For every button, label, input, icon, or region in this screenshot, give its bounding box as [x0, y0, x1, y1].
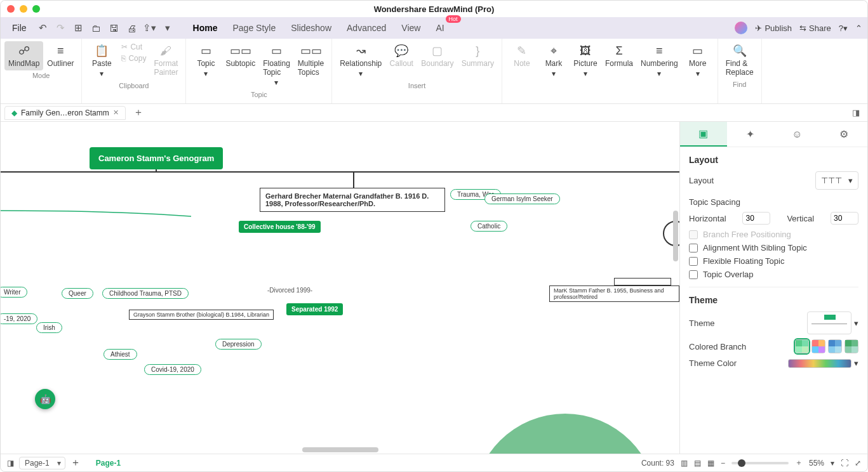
assistant-button[interactable]: 🤖	[35, 389, 55, 409]
zoom-out-button[interactable]: −	[721, 459, 725, 468]
more-icon[interactable]: ▾	[160, 20, 175, 36]
swatch-3[interactable]	[828, 339, 842, 353]
floating-topic-button[interactable]: ▭Floating Topic▾	[259, 41, 294, 89]
queer-pill[interactable]: Queer	[62, 288, 93, 299]
tab-ai[interactable]: AIHot	[428, 19, 451, 37]
tab-advanced[interactable]: Advanced	[339, 19, 394, 37]
theme-select[interactable]	[807, 311, 851, 334]
alignment-check[interactable]: Alignment With Sibling Topic	[689, 243, 858, 252]
collective-tag[interactable]: Collective house '88-'99	[239, 221, 321, 233]
zoom-slider[interactable]	[731, 462, 789, 464]
tab-slideshow[interactable]: Slideshow	[283, 19, 339, 37]
zoom-in-button[interactable]: ＋	[795, 457, 803, 468]
undo-icon[interactable]: ↶	[36, 20, 51, 36]
picture-button[interactable]: 🖼Picture▾	[570, 41, 601, 81]
mark-button[interactable]: ⌖Mark▾	[538, 41, 570, 81]
grayson-node[interactable]: Grayson Stamm Brother (biological) B.198…	[129, 310, 274, 320]
minimize-window-icon[interactable]	[20, 5, 27, 13]
flexible-check[interactable]: Flexible Floating Topic	[689, 256, 858, 266]
zoom-dropdown-icon[interactable]: ▾	[831, 459, 834, 468]
view3-icon[interactable]: ▦	[707, 459, 714, 468]
numbering-button[interactable]: ≡Numbering▾	[637, 41, 682, 81]
writer-pill[interactable]: Writer	[1, 287, 27, 298]
irish-pill[interactable]: Irish	[36, 322, 62, 333]
depression-pill[interactable]: Depression	[215, 339, 262, 350]
boundary-button[interactable]: ▢Boundary	[417, 41, 457, 81]
close-tab-icon[interactable]: ✕	[113, 108, 119, 117]
date1-pill[interactable]: -19, 2020	[1, 313, 37, 324]
subtopic-button[interactable]: ▭▭Subtopic	[222, 41, 259, 89]
format-painter-button[interactable]: 🖌Format Painter	[150, 41, 182, 81]
tab-home[interactable]: Home	[185, 19, 225, 37]
share-button[interactable]: ⇆Share	[799, 23, 831, 33]
vertical-input[interactable]	[831, 212, 858, 225]
horizontal-scrollbar[interactable]	[302, 447, 378, 452]
vertical-scrollbar[interactable]	[673, 211, 678, 261]
layout-select[interactable]: ⊤⊤⊤▾	[815, 171, 858, 190]
active-page-label[interactable]: Page-1	[96, 459, 121, 468]
catholic-pill[interactable]: Catholic	[471, 221, 507, 232]
fit-icon[interactable]: ⛶	[841, 459, 848, 468]
separated-tag[interactable]: Separated 1992	[286, 303, 343, 315]
theme-color-select[interactable]	[788, 359, 851, 368]
tab-view[interactable]: View	[394, 19, 428, 37]
collapse-ribbon-icon[interactable]: ⌃	[855, 23, 862, 33]
document-tab[interactable]: ◆ Family Gen…eron Stamm ✕	[4, 106, 126, 120]
overlap-check[interactable]: Topic Overlap	[689, 270, 858, 279]
note-button[interactable]: ✎Note	[506, 41, 538, 81]
file-menu[interactable]: File	[6, 20, 33, 36]
childhood-pill[interactable]: Childhood Trauma, PTSD	[102, 288, 189, 299]
sp-tab-settings[interactable]: ⚙	[820, 122, 867, 147]
paste-button[interactable]: 📋Paste▾	[86, 41, 117, 81]
outliner-button[interactable]: ≡Outliner	[43, 41, 77, 70]
tab-page-style[interactable]: Page Style	[225, 19, 283, 37]
formula-button[interactable]: ΣFormula	[601, 41, 637, 81]
asylum-pill[interactable]: German Isylm Seeker	[484, 193, 560, 204]
redo-icon[interactable]: ↷	[53, 20, 69, 36]
pages-icon[interactable]: ◨	[7, 459, 14, 468]
relationship-button[interactable]: ↝Relationship▾	[336, 41, 385, 81]
add-tab-button[interactable]: ＋	[130, 106, 147, 119]
fullscreen-icon[interactable]: ⤢	[855, 459, 861, 468]
topic-button[interactable]: ▭Topic▾	[190, 41, 222, 89]
sp-tab-style[interactable]: ✦	[727, 122, 774, 147]
find-replace-button[interactable]: 🔍Find & Replace	[722, 41, 758, 79]
copy-button[interactable]: ⎘Copy	[117, 53, 150, 64]
canvas[interactable]: Cameron Stamm's Genogram Gerhard Brecher…	[1, 122, 679, 454]
new-icon[interactable]: ⊞	[71, 20, 86, 36]
swatch-1[interactable]	[795, 339, 809, 353]
avatar[interactable]	[735, 22, 747, 34]
summary-button[interactable]: }Summary	[458, 41, 498, 81]
multiple-topics-button[interactable]: ▭▭Multiple Topics	[294, 41, 328, 89]
empty-node[interactable]	[614, 278, 671, 285]
mark-node[interactable]: MarK Stamm Father B. 1955, Business and …	[549, 285, 679, 302]
close-window-icon[interactable]	[7, 5, 15, 13]
sp-tab-icon[interactable]: ☺	[774, 122, 821, 147]
callout-button[interactable]: 💬Callout	[385, 41, 417, 81]
swatch-4[interactable]	[845, 339, 858, 353]
chevron-down-icon[interactable]: ▾	[854, 358, 858, 368]
root-topic[interactable]: Cameron Stamm's Genogram	[90, 147, 223, 169]
page-select[interactable]: Page-1	[19, 457, 65, 469]
chevron-down-icon[interactable]: ▾	[854, 318, 858, 328]
save-icon[interactable]: 🖫	[107, 20, 122, 36]
sp-tab-layout[interactable]: ▣	[680, 122, 727, 147]
open-icon[interactable]: 🗀	[89, 20, 104, 36]
view2-icon[interactable]: ▤	[694, 459, 701, 468]
help-button[interactable]: ?▾	[839, 23, 848, 33]
publish-button[interactable]: ✈Publish	[755, 23, 792, 33]
print-icon[interactable]: 🖨	[124, 20, 140, 36]
view1-icon[interactable]: ▥	[681, 459, 688, 468]
more-button[interactable]: ▭More▾	[682, 41, 714, 81]
cameron-node[interactable]	[473, 414, 657, 454]
horizontal-input[interactable]	[742, 212, 770, 225]
athiest-pill[interactable]: Athiest	[103, 349, 137, 360]
swatch-2[interactable]	[811, 339, 825, 353]
cut-button[interactable]: ✂Cut	[117, 41, 150, 53]
add-page-button[interactable]: ＋	[70, 456, 81, 469]
grandfather-node[interactable]: Gerhard Brecher Maternal Grandfather B. …	[260, 188, 445, 212]
covid-pill[interactable]: Covid-19, 2020	[144, 364, 201, 375]
panel-toggle-icon[interactable]: ◨	[848, 108, 864, 117]
export-icon[interactable]: ⇪▾	[142, 20, 157, 36]
maximize-window-icon[interactable]	[32, 5, 40, 13]
